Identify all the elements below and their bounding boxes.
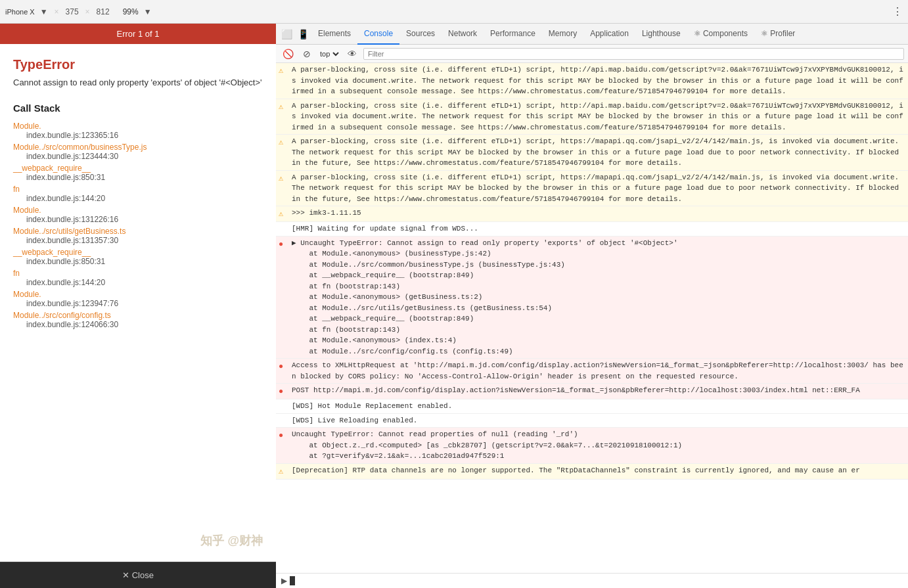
error-icon: ● (279, 238, 289, 250)
console-entry-text: >>> imk3-1.11.15 (292, 208, 905, 219)
stack-location: index.bundle.js:131226:16 (13, 215, 263, 224)
console-entry-warning: ⚠[Deprecation] RTP data channels are no … (276, 464, 908, 480)
error-message: Cannot assign to read only property 'exp… (13, 76, 263, 89)
stack-item: Module../src/common/businessType.jsindex… (13, 143, 263, 161)
top-toolbar: iPhone X ▼ × 375 × 812 99% ▼ ⋮ (0, 0, 908, 24)
console-entry-warning: ⚠>>> imk3-1.11.15 (276, 206, 908, 222)
console-entry-warning: ⚠A parser-blocking, cross site (i.e. dif… (276, 63, 908, 99)
console-entry-text: Access to XMLHttpRequest at 'http://mapi… (292, 360, 905, 382)
error-type: TypeError (13, 57, 263, 72)
console-entry-error: ●Access to XMLHttpRequest at 'http://map… (276, 359, 908, 384)
error-content: TypeError Cannot assign to read only pro… (0, 44, 276, 562)
error-banner: Error 1 of 1 (0, 24, 276, 44)
console-entry-text: A parser-blocking, cross site (i.e. diff… (292, 101, 905, 133)
console-entry-text: A parser-blocking, cross site (i.e. diff… (292, 136, 905, 169)
stack-location: index.bundle.js:850:31 (13, 173, 263, 182)
viewport-width: 375 (66, 7, 79, 16)
stack-module-name[interactable]: Module. (13, 290, 263, 299)
devtools-tabs: ⬜ 📱 ElementsConsoleSourcesNetworkPerform… (276, 24, 908, 45)
filter-input[interactable] (363, 48, 904, 60)
stack-item: Module.index.bundle.js:123365:16 (13, 122, 263, 140)
console-entry-text: [HMR] Waiting for update signal from WDS… (292, 223, 905, 235)
console-entry-error: ●POST http://mapi.m.jd.com/config/displa… (276, 384, 908, 399)
console-entry-text: [WDS] Live Reloading enabled. (292, 415, 905, 426)
devtools-icon-inspect[interactable]: ⬜ (279, 29, 295, 39)
stack-module-name[interactable]: Module../src/utils/getBusiness.ts (13, 227, 263, 236)
devtools-icon-mobile[interactable]: 📱 (295, 29, 311, 39)
stack-module-name[interactable]: Module../src/common/businessType.js (13, 143, 263, 152)
clear-console-icon[interactable]: 🚫 (280, 47, 296, 60)
console-cursor (290, 576, 295, 585)
stack-item: Module../src/config/config.tsindex.bundl… (13, 311, 263, 329)
warning-icon: ⚠ (279, 65, 289, 77)
tab-network[interactable]: Network (442, 24, 484, 45)
stack-module-name[interactable]: Module../src/config/config.ts (13, 311, 263, 320)
console-entry-text: Uncaught TypeError: Cannot read properti… (292, 429, 905, 462)
zoom-selector[interactable]: 99% (123, 7, 139, 16)
separator2: × (85, 7, 90, 16)
console-entry-text: A parser-blocking, cross site (i.e. diff… (292, 64, 905, 97)
error-icon: ● (279, 430, 289, 441)
eye-icon[interactable]: 👁 (345, 47, 359, 60)
warning-icon: ⚠ (279, 137, 289, 148)
close-button[interactable]: ✕ Close (0, 562, 276, 588)
console-toolbar: 🚫 ⊘ top 👁 (276, 45, 908, 63)
viewport-height: 812 (97, 7, 110, 16)
tab-profiler[interactable]: ⚛ Profiler (754, 24, 802, 45)
stack-module-name[interactable]: fn (13, 185, 263, 194)
console-entry-text: A parser-blocking, cross site (i.e. diff… (292, 172, 905, 205)
stack-item: Module../src/utils/getBusiness.tsindex.b… (13, 227, 263, 245)
warning-icon: ⚠ (279, 101, 289, 113)
stack-module-name[interactable]: Module. (13, 122, 263, 131)
stack-item: fnindex.bundle.js:144:20 (13, 269, 263, 287)
stack-location: index.bundle.js:123365:16 (13, 131, 263, 140)
watermark: 知乎 @财神 (200, 533, 263, 549)
console-entry-text: [WDS] Hot Module Replacement enabled. (292, 401, 905, 412)
stack-module-name[interactable]: __webpack_require__ (13, 164, 263, 173)
separator: × (55, 7, 59, 16)
tab-console[interactable]: Console (357, 24, 399, 45)
devtools-container: Error 1 of 1 TypeError Cannot assign to … (0, 24, 908, 588)
console-input-row[interactable]: ▶ (276, 573, 908, 588)
context-select[interactable]: top (317, 49, 341, 58)
warning-icon: ⚠ (279, 208, 289, 220)
console-entry-text: POST http://mapi.m.jd.com/config/display… (292, 385, 905, 396)
tab-lighthouse[interactable]: Lighthouse (635, 24, 687, 45)
stack-location: index.bundle.js:123947:76 (13, 299, 263, 308)
console-entry-info: [HMR] Waiting for update signal from WDS… (276, 222, 908, 237)
dots-menu[interactable]: ⋮ (892, 5, 903, 18)
stack-item: fnindex.bundle.js:144:20 (13, 185, 263, 203)
stack-item: Module.index.bundle.js:131226:16 (13, 206, 263, 224)
stack-module-name[interactable]: Module. (13, 206, 263, 215)
tab-application[interactable]: Application (583, 24, 635, 45)
stack-location: index.bundle.js:850:31 (13, 257, 263, 266)
zoom-dropdown-icon[interactable]: ▼ (144, 7, 152, 16)
tab-sources[interactable]: Sources (399, 24, 442, 45)
tab-components[interactable]: ⚛ Components (687, 24, 754, 45)
filter-icon[interactable]: ⊘ (300, 47, 313, 60)
stack-item: __webpack_require__index.bundle.js:850:3… (13, 164, 263, 182)
console-entry-text: ▶ Uncaught TypeError: Cannot assign to r… (292, 238, 905, 357)
device-selector[interactable]: iPhone X (5, 8, 35, 16)
tab-memory[interactable]: Memory (542, 24, 583, 45)
console-entry-error: ●Uncaught TypeError: Cannot read propert… (276, 428, 908, 464)
console-entry-error: ●▶ Uncaught TypeError: Cannot assign to … (276, 237, 908, 359)
devtools-panel: ⬜ 📱 ElementsConsoleSourcesNetworkPerform… (276, 24, 908, 588)
stack-location: index.bundle.js:144:20 (13, 278, 263, 287)
stack-location: index.bundle.js:131357:30 (13, 236, 263, 245)
page-panel: Error 1 of 1 TypeError Cannot assign to … (0, 24, 276, 588)
device-dropdown-icon[interactable]: ▼ (40, 7, 48, 16)
warning-icon: ⚠ (279, 173, 289, 185)
stack-location: index.bundle.js:124066:30 (13, 320, 263, 329)
stack-item: __webpack_require__index.bundle.js:850:3… (13, 248, 263, 266)
error-icon: ● (279, 386, 289, 397)
call-stack-list: Module.index.bundle.js:123365:16Module..… (13, 122, 263, 329)
tab-performance[interactable]: Performance (484, 24, 542, 45)
console-entry-info: [WDS] Hot Module Replacement enabled. (276, 399, 908, 414)
stack-module-name[interactable]: fn (13, 269, 263, 278)
stack-location: index.bundle.js:123444:30 (13, 152, 263, 161)
tab-elements[interactable]: Elements (311, 24, 357, 45)
console-output[interactable]: ⚠A parser-blocking, cross site (i.e. dif… (276, 63, 908, 573)
console-entry-warning: ⚠A parser-blocking, cross site (i.e. dif… (276, 135, 908, 171)
stack-module-name[interactable]: __webpack_require__ (13, 248, 263, 257)
